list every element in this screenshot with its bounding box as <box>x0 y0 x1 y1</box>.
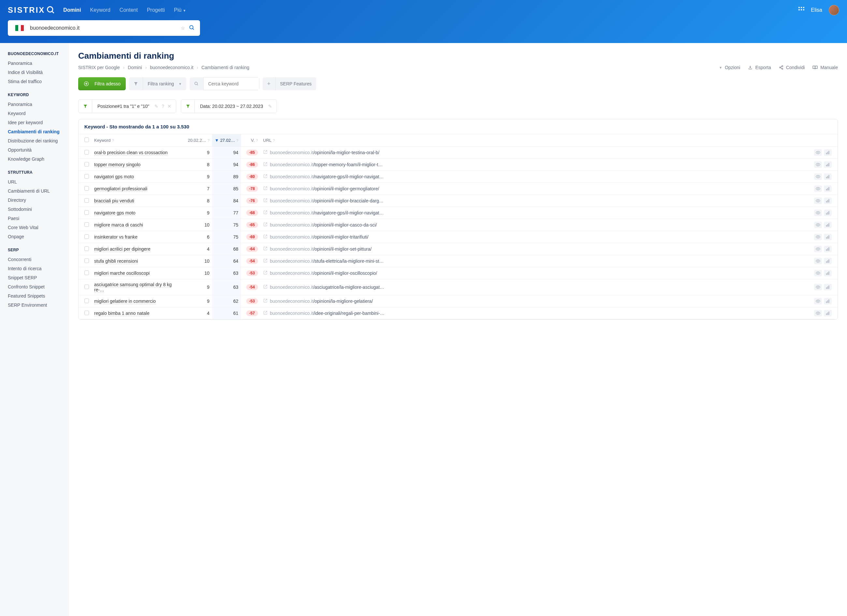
help-icon[interactable]: ? <box>208 139 210 142</box>
row-checkbox[interactable] <box>84 162 89 167</box>
search-input[interactable] <box>28 25 179 31</box>
chart-icon[interactable] <box>824 310 832 316</box>
edit-icon[interactable]: ✎ <box>154 103 158 109</box>
sidebar-item[interactable]: Snippet SERP <box>0 273 69 282</box>
keyword-link[interactable]: oral-b precision clean vs crossaction <box>94 150 168 155</box>
keyword-link[interactable]: migliori gelatiere in commercio <box>94 298 156 304</box>
url-link[interactable]: buonoedeconomico.it/opinioni/il-miglior-… <box>270 186 379 191</box>
sidebar-item[interactable]: Panoramica <box>0 59 69 68</box>
url-link[interactable]: buonoedeconomico.it/idee-originali/regal… <box>270 310 385 316</box>
url-link[interactable]: buonoedeconomico.it/opinioni/il-miglior-… <box>270 270 377 276</box>
external-link-icon[interactable] <box>263 222 267 227</box>
external-link-icon[interactable] <box>263 247 267 252</box>
help-icon[interactable]: ? <box>162 103 164 109</box>
keyword-link[interactable]: migliore marca di caschi <box>94 222 143 228</box>
url-link[interactable]: buonoedeconomico.it/navigatore-gps/il-mi… <box>270 210 384 216</box>
col-url[interactable]: URL? <box>261 134 812 147</box>
row-checkbox[interactable] <box>84 298 89 303</box>
view-icon[interactable] <box>814 149 822 156</box>
external-link-icon[interactable] <box>263 162 267 167</box>
sidebar-item[interactable]: Featured Snippets <box>0 291 69 300</box>
col-variation[interactable]: V.? <box>241 134 261 147</box>
chart-icon[interactable] <box>824 258 832 264</box>
sidebar-item[interactable]: Cambiamenti di ranking <box>0 127 69 136</box>
external-link-icon[interactable] <box>263 234 267 239</box>
chart-icon[interactable] <box>824 234 832 240</box>
row-checkbox[interactable] <box>84 310 89 315</box>
sidebar-item[interactable]: Intento di ricerca <box>0 264 69 273</box>
view-icon[interactable] <box>814 310 822 316</box>
col-keyword[interactable]: Keyword? <box>91 134 183 147</box>
sidebar-item[interactable]: Panoramica <box>0 100 69 109</box>
sidebar-item[interactable]: Distribuzione dei ranking <box>0 136 69 145</box>
sidebar-item[interactable]: URL <box>0 177 69 186</box>
serp-features-label[interactable]: SERP Features <box>276 77 316 90</box>
help-icon[interactable]: ? <box>273 139 275 142</box>
keyword-link[interactable]: stufa ghibli recensioni <box>94 259 138 264</box>
chart-icon[interactable] <box>824 298 832 304</box>
breadcrumb-item[interactable]: buonoedeconomico.it <box>150 65 193 70</box>
row-checkbox[interactable] <box>84 247 89 251</box>
sidebar-item[interactable]: Directory <box>0 195 69 205</box>
manual-button[interactable]: Manuale <box>813 65 838 70</box>
row-checkbox[interactable] <box>84 285 89 289</box>
add-serp-feature-button[interactable]: + <box>263 77 276 90</box>
url-link[interactable]: buonoedeconomico.it/opinioni/la-migliore… <box>270 298 373 304</box>
sidebar-item[interactable]: Opportunità <box>0 145 69 155</box>
help-icon[interactable]: ? <box>236 139 238 142</box>
keyword-link[interactable]: navigatore gps moto <box>94 210 136 216</box>
keyword-link[interactable]: topper memory singolo <box>94 162 140 167</box>
url-link[interactable]: buonoedeconomico.it/opinioni/il-miglior-… <box>270 247 372 252</box>
help-icon[interactable]: ? <box>112 139 114 142</box>
view-icon[interactable] <box>814 246 822 252</box>
view-icon[interactable] <box>814 185 822 192</box>
filter-ranking-dropdown[interactable]: Filtra ranking▼ <box>143 77 186 90</box>
keyword-link[interactable]: migliori acrilici per dipingere <box>94 247 151 252</box>
external-link-icon[interactable] <box>263 270 267 276</box>
row-checkbox[interactable] <box>84 234 89 239</box>
row-checkbox[interactable] <box>84 222 89 227</box>
row-checkbox[interactable] <box>84 210 89 215</box>
filter-icon-button[interactable] <box>129 77 143 90</box>
url-link[interactable]: buonoedeconomico.it/asciugatrice/la-migl… <box>270 285 384 290</box>
sidebar-item[interactable]: Concorrenti <box>0 255 69 264</box>
view-icon[interactable] <box>814 234 822 240</box>
row-checkbox[interactable] <box>84 174 89 179</box>
search-icon[interactable] <box>189 25 195 32</box>
nav-piu[interactable]: Più▼ <box>174 7 186 13</box>
sidebar-item[interactable]: Cambiamenti di URL <box>0 186 69 195</box>
sidebar-item[interactable]: Core Web Vital <box>0 223 69 232</box>
filter-now-button[interactable]: Filtra adesso <box>78 77 126 90</box>
avatar[interactable] <box>829 5 839 15</box>
row-checkbox[interactable] <box>84 259 89 263</box>
url-link[interactable]: buonoedeconomico.it/topper-memory-foam/i… <box>270 162 383 167</box>
chart-icon[interactable] <box>824 198 832 204</box>
view-icon[interactable] <box>814 198 822 204</box>
share-button[interactable]: Condividi <box>779 65 805 70</box>
chart-icon[interactable] <box>824 284 832 290</box>
chart-icon[interactable] <box>824 246 832 252</box>
nav-progetti[interactable]: Progetti <box>147 7 165 13</box>
breadcrumb-item[interactable]: SISTRIX per Google <box>78 65 120 70</box>
sidebar-item[interactable]: Onpage <box>0 232 69 241</box>
row-checkbox[interactable] <box>84 150 89 155</box>
nav-domini[interactable]: Domini <box>63 7 81 13</box>
keyword-link[interactable]: bracciali piu venduti <box>94 198 134 204</box>
external-link-icon[interactable] <box>263 150 267 155</box>
sidebar-item[interactable]: SERP Environment <box>0 300 69 310</box>
url-link[interactable]: buonoedeconomico.it/stufa-elettrica/la-m… <box>270 259 384 264</box>
sidebar-item[interactable]: Confronto Snippet <box>0 282 69 291</box>
close-icon[interactable]: ✕ <box>167 103 171 109</box>
url-link[interactable]: buonoedeconomico.it/opinioni/il-miglior-… <box>270 198 384 203</box>
sidebar-item[interactable]: Sottodomini <box>0 205 69 214</box>
row-checkbox[interactable] <box>84 186 89 191</box>
keyword-link[interactable]: regalo bimba 1 anno natale <box>94 310 149 316</box>
col-date1[interactable]: 20.02.2…? <box>183 134 212 147</box>
sidebar-item[interactable]: Idee per keyword <box>0 118 69 127</box>
view-icon[interactable] <box>814 210 822 216</box>
keyword-search-input[interactable] <box>204 78 259 90</box>
nav-content[interactable]: Content <box>120 7 138 13</box>
external-link-icon[interactable] <box>263 259 267 264</box>
sidebar-item[interactable]: Keyword <box>0 109 69 118</box>
row-checkbox[interactable] <box>84 198 89 203</box>
